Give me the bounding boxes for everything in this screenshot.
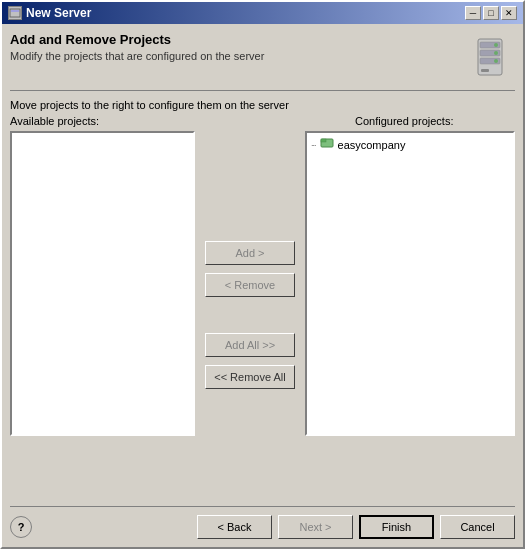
finish-button[interactable]: Finish [359,515,434,539]
svg-rect-9 [481,69,489,72]
header-subtitle: Modify the projects that are configured … [10,50,465,62]
tree-dots-icon: ··· [311,140,316,150]
close-button[interactable]: ✕ [501,6,517,20]
add-all-button[interactable]: Add All >> [205,333,295,357]
title-bar-buttons: ─ □ ✕ [465,6,517,20]
svg-rect-1 [11,10,19,12]
configured-projects-list[interactable]: ··· easycompany [305,131,515,436]
header-section: Add and Remove Projects Modify the proje… [10,32,515,91]
panel-labels: Available projects: Configured projects: [10,115,515,127]
title-bar-left: New Server [8,6,91,20]
project-icon [320,136,334,153]
available-label: Available projects: [10,115,195,127]
remove-all-button[interactable]: << Remove All [205,365,295,389]
minimize-button[interactable]: ─ [465,6,481,20]
svg-point-7 [494,51,498,55]
help-button[interactable]: ? [10,516,32,538]
footer-section: ? < Back Next > Finish Cancel [10,506,515,539]
svg-point-8 [494,59,498,63]
panels-row: Add > < Remove Add All >> << Remove All … [10,131,515,498]
project-name: easycompany [338,139,406,151]
header-text: Add and Remove Projects Modify the proje… [10,32,465,62]
remove-button[interactable]: < Remove [205,273,295,297]
available-projects-list[interactable] [10,131,195,436]
configured-label: Configured projects: [355,115,515,127]
header-title: Add and Remove Projects [10,32,465,47]
footer-left: ? [10,516,32,538]
footer-buttons: < Back Next > Finish Cancel [197,515,515,539]
cancel-button[interactable]: Cancel [440,515,515,539]
window-icon [8,6,22,20]
list-item: ··· easycompany [307,133,513,156]
title-bar: New Server ─ □ ✕ [2,2,523,24]
maximize-button[interactable]: □ [483,6,499,20]
back-button[interactable]: < Back [197,515,272,539]
svg-point-6 [494,43,498,47]
main-section: Move projects to the right to configure … [10,99,515,498]
window-title: New Server [26,6,91,20]
add-button[interactable]: Add > [205,241,295,265]
next-button[interactable]: Next > [278,515,353,539]
svg-rect-11 [321,139,326,142]
main-window: New Server ─ □ ✕ Add and Remove Projects… [0,0,525,549]
action-buttons-col: Add > < Remove Add All >> << Remove All [195,131,305,498]
server-icon [465,32,515,82]
instruction-text: Move projects to the right to configure … [10,99,515,111]
content-area: Add and Remove Projects Modify the proje… [2,24,523,547]
